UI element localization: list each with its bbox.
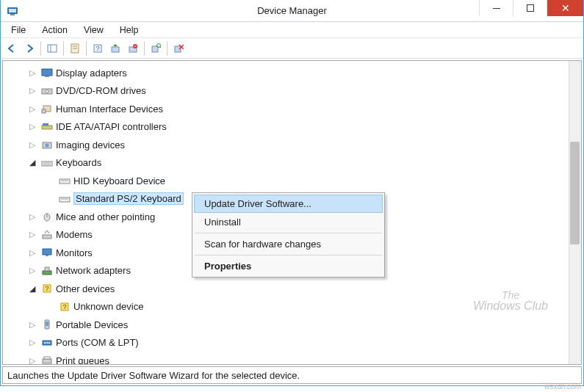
tree-node-imaging[interactable]: ▷Imaging devices bbox=[41, 136, 581, 154]
svg-rect-28 bbox=[42, 161, 52, 166]
svg-rect-53 bbox=[44, 357, 50, 359]
ctx-scan-hardware[interactable]: Scan for hardware changes bbox=[194, 235, 383, 253]
menu-file[interactable]: File bbox=[4, 23, 33, 37]
svg-rect-23 bbox=[42, 109, 46, 113]
menu-view[interactable]: View bbox=[76, 23, 111, 37]
show-hide-tree-button[interactable] bbox=[44, 40, 60, 57]
svg-rect-10 bbox=[112, 47, 119, 52]
svg-rect-3 bbox=[48, 45, 57, 52]
mouse-icon bbox=[41, 211, 53, 222]
menu-help[interactable]: Help bbox=[112, 23, 146, 37]
tree-node-hid[interactable]: ▷Human Interface Devices bbox=[41, 100, 581, 118]
help-button[interactable]: ? bbox=[90, 40, 106, 57]
toolbar: ? bbox=[1, 38, 583, 59]
printer-icon bbox=[41, 355, 53, 365]
ctx-separator bbox=[195, 255, 382, 255]
tree-node-dvd[interactable]: ▷DVD/CD-ROM drives bbox=[41, 82, 581, 101]
scan-hardware-button[interactable] bbox=[148, 40, 164, 57]
disable-button[interactable] bbox=[170, 40, 187, 57]
keyboard-icon bbox=[41, 157, 53, 169]
tree-node-display-adapters[interactable]: ▷Display adapters bbox=[41, 64, 581, 82]
source-label: wsxdn.com bbox=[544, 382, 581, 391]
scrollbar-thumb[interactable] bbox=[570, 142, 580, 244]
svg-rect-24 bbox=[42, 126, 52, 129]
tree-node-ports[interactable]: ▷Ports (COM & LPT) bbox=[41, 334, 581, 352]
tree-node-print[interactable]: ▷Print queues bbox=[41, 352, 581, 365]
disc-drive-icon bbox=[41, 85, 53, 97]
vertical-scrollbar[interactable] bbox=[569, 61, 581, 364]
update-driver-button[interactable] bbox=[107, 40, 123, 57]
network-icon bbox=[41, 265, 53, 277]
svg-point-51 bbox=[48, 342, 50, 344]
tree-node-keyboards[interactable]: ◢Keyboards bbox=[41, 154, 581, 173]
context-menu: Update Driver Software... Uninstall Scan… bbox=[192, 192, 385, 277]
ctx-separator bbox=[195, 233, 382, 233]
status-text: Launches the Update Driver Software Wiza… bbox=[7, 370, 300, 381]
titlebar[interactable]: Device Manager ✕ bbox=[1, 0, 583, 22]
tree-node-portable[interactable]: ▷Portable Devices bbox=[41, 316, 581, 334]
keyboard-icon bbox=[59, 193, 71, 205]
svg-text:?: ? bbox=[95, 45, 99, 52]
tree-node-hid-keyboard[interactable]: HID Keyboard Device bbox=[59, 172, 581, 190]
svg-point-50 bbox=[46, 342, 48, 344]
svg-text:?: ? bbox=[45, 285, 48, 292]
window-title: Device Manager bbox=[1, 5, 583, 16]
display-icon bbox=[41, 67, 53, 79]
ide-icon bbox=[41, 121, 53, 133]
svg-text:?: ? bbox=[62, 303, 66, 311]
tree-node-unknown-device[interactable]: ?Unknown device bbox=[59, 298, 581, 316]
statusbar: Launches the Update Driver Software Wiza… bbox=[2, 366, 582, 384]
svg-rect-38 bbox=[43, 249, 51, 255]
svg-rect-18 bbox=[42, 69, 52, 76]
keyboard-icon bbox=[59, 175, 71, 186]
tree-node-other[interactable]: ◢?Other devices bbox=[41, 280, 581, 298]
svg-rect-52 bbox=[43, 359, 51, 363]
properties-button[interactable] bbox=[67, 40, 83, 57]
unknown-device-icon: ? bbox=[59, 301, 71, 313]
other-devices-icon: ? bbox=[41, 283, 53, 294]
svg-rect-41 bbox=[45, 267, 49, 271]
svg-rect-25 bbox=[43, 123, 48, 126]
svg-rect-33 bbox=[60, 197, 70, 202]
modem-icon bbox=[41, 229, 53, 241]
ports-icon bbox=[41, 337, 53, 349]
svg-rect-14 bbox=[152, 46, 158, 52]
uninstall-button[interactable] bbox=[125, 40, 141, 57]
hid-icon bbox=[41, 103, 53, 115]
svg-point-49 bbox=[44, 342, 46, 344]
svg-rect-31 bbox=[60, 179, 70, 184]
svg-point-21 bbox=[46, 90, 48, 92]
monitor-icon bbox=[41, 247, 53, 258]
menu-action[interactable]: Action bbox=[35, 23, 75, 37]
portable-icon bbox=[41, 319, 53, 330]
svg-rect-37 bbox=[43, 235, 51, 239]
forward-button[interactable] bbox=[21, 40, 37, 57]
svg-rect-19 bbox=[45, 76, 49, 77]
svg-point-27 bbox=[46, 144, 49, 148]
ctx-uninstall[interactable]: Uninstall bbox=[194, 213, 383, 231]
camera-icon bbox=[41, 139, 53, 150]
ctx-update-driver[interactable]: Update Driver Software... bbox=[194, 195, 383, 213]
svg-rect-47 bbox=[46, 322, 48, 326]
menubar: File Action View Help bbox=[1, 22, 583, 38]
svg-rect-40 bbox=[43, 271, 51, 275]
back-button[interactable] bbox=[4, 40, 20, 57]
svg-rect-39 bbox=[46, 255, 48, 256]
tree-node-ide[interactable]: ▷IDE ATA/ATAPI controllers bbox=[41, 118, 581, 137]
ctx-properties[interactable]: Properties bbox=[194, 257, 383, 275]
